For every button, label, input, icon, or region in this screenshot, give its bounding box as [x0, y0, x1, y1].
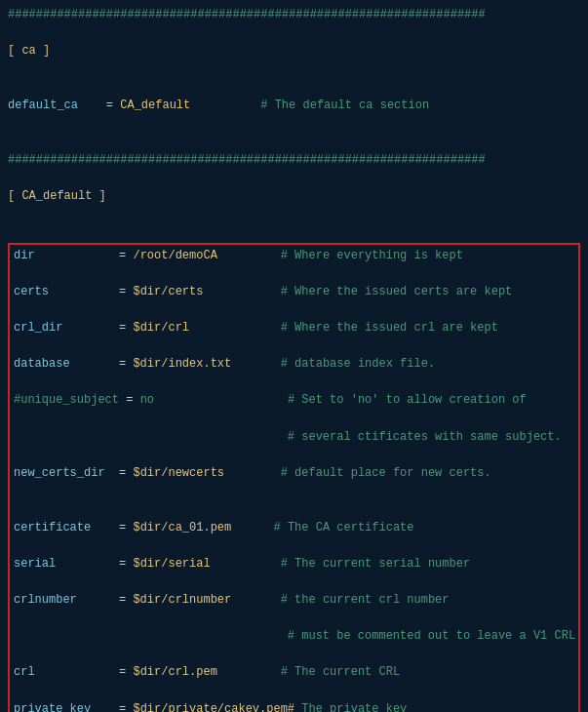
- code-block: ########################################…: [0, 0, 588, 712]
